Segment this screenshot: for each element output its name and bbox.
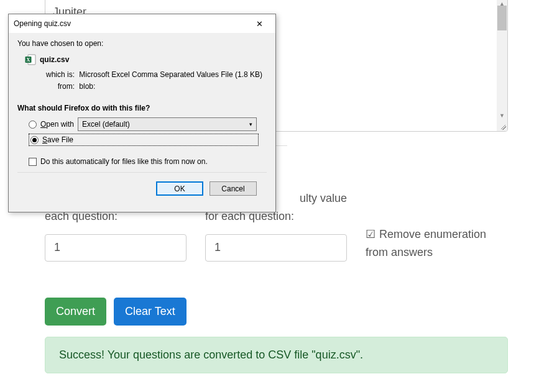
dialog-title: Opening quiz.csv: [14, 19, 71, 28]
dialog-file-row: X quiz.csv: [25, 54, 267, 65]
success-alert: Success! Your questions are converted to…: [45, 337, 508, 373]
auto-checkbox[interactable]: [29, 158, 37, 166]
remove-enum-label-l1: Remove enumeration: [379, 226, 486, 244]
scroll-down-icon[interactable]: ▼: [497, 110, 507, 121]
dialog-file-name: quiz.csv: [40, 55, 69, 64]
dialog-options: Open with Excel (default) ▾ Save File: [29, 117, 267, 146]
open-with-label: Open with: [40, 120, 74, 129]
cancel-button[interactable]: Cancel: [210, 181, 257, 196]
auto-label: Do this automatically for files like thi…: [40, 157, 208, 166]
dialog-titlebar[interactable]: Opening quiz.csv ✕: [9, 14, 275, 33]
checkbox-icon[interactable]: ☑: [366, 229, 375, 240]
from-value: blob:: [79, 82, 95, 91]
clear-text-button[interactable]: Clear Text: [114, 298, 187, 326]
action-buttons: Convert Clear Text: [45, 298, 514, 326]
scroll-thumb[interactable]: [497, 6, 507, 30]
dialog-intro-text: You have chosen to open:: [17, 39, 267, 48]
svg-text:X: X: [27, 57, 30, 63]
remove-enum-column: ☑ Remove enumeration from answers: [366, 189, 507, 262]
open-with-dropdown[interactable]: Excel (default) ▾: [78, 117, 257, 131]
dialog-question: What should Firefox do with this file?: [17, 104, 267, 112]
close-icon[interactable]: ✕: [247, 15, 272, 32]
which-is-label: which is:: [40, 69, 75, 81]
dialog-body: You have chosen to open: X quiz.csv whic…: [9, 33, 275, 212]
save-file-label: Save File: [42, 135, 73, 144]
scrollbar[interactable]: ▲ ▼: [497, 0, 507, 131]
difficulty-input[interactable]: [205, 234, 347, 262]
points-input[interactable]: [45, 234, 187, 262]
from-label: from:: [40, 81, 75, 93]
radio-save-file[interactable]: [30, 136, 39, 144]
open-with-option[interactable]: Open with Excel (default) ▾: [29, 117, 267, 131]
dialog-file-meta: which is: Microsoft Excel Comma Separate…: [40, 69, 267, 93]
chevron-down-icon: ▾: [249, 121, 252, 127]
excel-file-icon: X: [25, 54, 36, 65]
ok-button[interactable]: OK: [156, 181, 203, 196]
save-file-option[interactable]: Save File: [29, 134, 259, 146]
radio-open-with[interactable]: [29, 121, 37, 129]
dialog-footer: OK Cancel: [17, 172, 267, 203]
resize-handle[interactable]: [497, 121, 507, 131]
convert-button[interactable]: Convert: [45, 298, 106, 326]
do-automatically-row[interactable]: Do this automatically for files like thi…: [29, 157, 267, 166]
download-dialog: Opening quiz.csv ✕ You have chosen to op…: [8, 14, 276, 212]
which-is-value: Microsoft Excel Comma Separated Values F…: [79, 70, 262, 79]
remove-enum-label-l2: from answers: [366, 244, 507, 262]
open-with-app: Excel (default): [82, 120, 130, 129]
